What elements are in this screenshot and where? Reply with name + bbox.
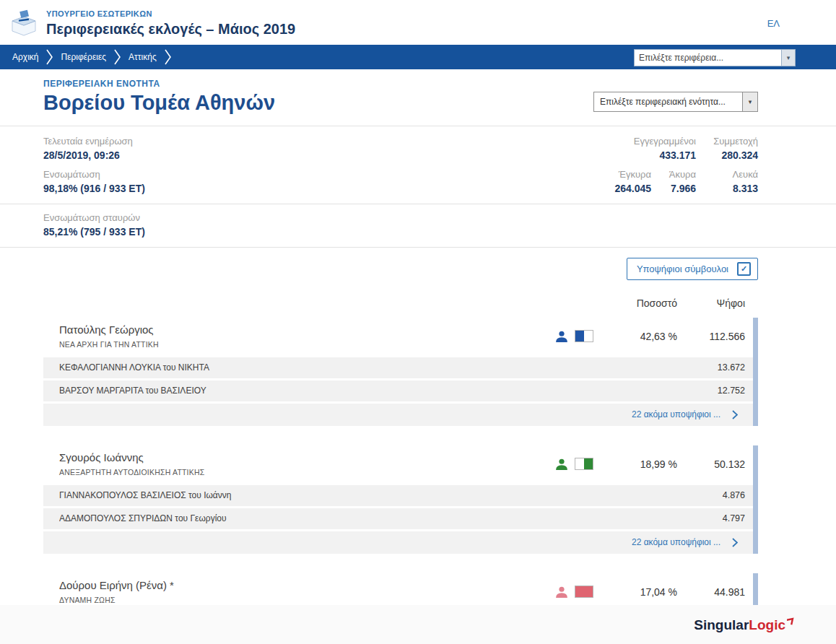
stat-registered: Εγγεγραμμένοι 433.171	[634, 136, 696, 161]
logo-arrow-icon	[787, 617, 796, 625]
stat-cross-integration: Ενσωμάτωση σταυρών 85,21% (795 / 933 ΕΤ)	[43, 212, 758, 238]
breadcrumb-regions[interactable]: Περιφέρειες	[61, 52, 106, 62]
councilors-toggle-label: Υποψήφιοι σύμβουλοι	[637, 264, 728, 274]
party-main-row[interactable]: Σγουρός Ιωάννης ΑΝΕΞΑΡΤΗΤΗ ΑΥΤΟΔΙΟΙΚΗΣΗ …	[43, 445, 758, 483]
region-select[interactable]: Επιλέξτε περιφέρεια... ▾	[634, 49, 796, 66]
stat-label: Τελευταία ενημέρωση	[43, 136, 145, 147]
chevron-right-icon[interactable]	[732, 410, 738, 419]
stat-invalid: Άκυρα 7.966	[669, 169, 696, 194]
dropdown-arrow-icon[interactable]: ▾	[781, 50, 795, 66]
more-candidates-row: 22 ακόμα υποψήφιοι ...	[43, 531, 758, 554]
unit-kicker: ΠΕΡΙΦΕΡΕΙΑΚΗ ΕΝΟΤΗΤΑ	[43, 79, 275, 89]
candidate-name: Πατούλης Γεώργιος	[59, 323, 554, 336]
unit-select-placeholder: Επιλέξτε περιφερειακή ενότητα...	[594, 92, 742, 111]
councilor-votes: 12.752	[677, 386, 745, 396]
party-flag-icon	[575, 330, 593, 342]
more-candidates-link[interactable]: 22 ακόμα υποψήφιοι ...	[632, 537, 720, 547]
councilor-votes: 13.672	[677, 362, 745, 373]
stat-label: Ενσωμάτωση σταυρών	[43, 212, 758, 223]
column-header-percent: Ποσοστό	[612, 297, 677, 309]
unit-heading-section: ΠΕΡΙΦΕΡΕΙΑΚΗ ΕΝΟΤΗΤΑ Βορείου Τομέα Αθηνώ…	[0, 69, 836, 126]
party-percent: 42,63 %	[612, 331, 677, 342]
stat-value: 7.966	[669, 183, 696, 194]
chevron-separator-icon	[114, 49, 121, 65]
breadcrumb-attica[interactable]: Αττικής	[129, 52, 157, 62]
language-toggle[interactable]: ΕΛ	[767, 18, 780, 29]
ministry-name: ΥΠΟΥΡΓΕΙΟ ΕΣΩΤΕΡΙΚΩΝ	[46, 9, 295, 18]
stat-label: Ενσωμάτωση	[43, 169, 145, 180]
stat-label: Λευκά	[733, 169, 758, 180]
chevron-right-icon[interactable]	[732, 538, 738, 547]
party-flag-icon	[575, 458, 593, 470]
person-icon	[554, 585, 569, 599]
councilor-name: ΓΙΑΝΝΑΚΟΠΟΥΛΟΣ ΒΑΣΙΛΕΙΟΣ του Ιωάννη	[59, 490, 677, 500]
party-accent-bar	[753, 445, 758, 554]
unit-select[interactable]: Επιλέξτε περιφερειακή ενότητα... ▾	[593, 92, 758, 112]
councilor-votes: 4.797	[677, 513, 745, 523]
councilor-row: ΓΙΑΝΝΑΚΟΠΟΥΛΟΣ ΒΑΣΙΛΕΙΟΣ του Ιωάννη 4.87…	[43, 485, 758, 506]
unit-title: Βορείου Τομέα Αθηνών	[43, 92, 275, 115]
party-votes: 50.132	[677, 458, 745, 470]
ballot-box-icon	[9, 8, 39, 38]
stats-section: Τελευταία ενημέρωση 28/5/2019, 09:26 Ενσ…	[0, 126, 836, 204]
stat-value: 28/5/2019, 09:26	[43, 149, 145, 161]
checkbox-checked-icon[interactable]: ✓	[737, 262, 751, 276]
cross-integration-section: Ενσωμάτωση σταυρών 85,21% (795 / 933 ΕΤ)	[0, 204, 836, 248]
stat-value: 8.313	[733, 183, 758, 194]
results-column-headers: Ποσοστό Ψήφοι	[43, 297, 758, 309]
stat-valid: Έγκυρα 264.045	[614, 169, 651, 194]
results-main: Υποψήφιοι σύμβουλοι ✓ Ποσοστό Ψήφοι Πατο…	[0, 258, 836, 611]
party-block: Πατούλης Γεώργιος ΝΕΑ ΑΡΧΗ ΓΙΑ ΤΗΝ ΑΤΤΙΚ…	[43, 318, 758, 426]
more-candidates-link[interactable]: 22 ακόμα υποψήφιοι ...	[632, 409, 720, 419]
candidate-name: Δούρου Ειρήνη (Ρένα) *	[59, 579, 554, 591]
stat-label: Έγκυρα	[614, 169, 651, 180]
councilor-name: ΑΔΑΜΟΠΟΥΛΟΣ ΣΠΥΡΙΔΩΝ του Γεωργίου	[59, 513, 677, 523]
stat-blank: Λευκά 8.313	[733, 169, 758, 194]
brand-singular: Singular	[694, 618, 749, 632]
chevron-separator-icon	[165, 49, 171, 65]
stat-label: Συμμετοχή	[713, 136, 758, 147]
chevron-separator-icon	[46, 49, 53, 65]
stat-last-update: Τελευταία ενημέρωση 28/5/2019, 09:26	[43, 136, 145, 161]
page-title: Περιφερειακές εκλογές – Μάιος 2019	[46, 21, 295, 37]
councilor-row: ΑΔΑΜΟΠΟΥΛΟΣ ΣΠΥΡΙΔΩΝ του Γεωργίου 4.797	[43, 508, 758, 529]
party-block: Σγουρός Ιωάννης ΑΝΕΞΑΡΤΗΤΗ ΑΥΤΟΔΙΟΙΚΗΣΗ …	[43, 445, 758, 554]
party-name: ΝΕΑ ΑΡΧΗ ΓΙΑ ΤΗΝ ΑΤΤΙΚΗ	[59, 340, 554, 349]
app-footer: SingularLogic	[0, 605, 836, 644]
councilor-name: ΒΑΡΣΟΥ ΜΑΡΓΑΡΙΤΑ του ΒΑΣΙΛΕΙΟΥ	[59, 386, 677, 396]
stat-label: Άκυρα	[669, 169, 696, 180]
region-select-placeholder: Επιλέξτε περιφέρεια...	[635, 50, 781, 66]
councilor-row: ΒΑΡΣΟΥ ΜΑΡΓΑΡΙΤΑ του ΒΑΣΙΛΕΙΟΥ 12.752	[43, 380, 758, 401]
column-header-votes: Ψήφοι	[677, 297, 745, 309]
party-main-row[interactable]: Πατούλης Γεώργιος ΝΕΑ ΑΡΧΗ ΓΙΑ ΤΗΝ ΑΤΤΙΚ…	[43, 318, 758, 355]
party-name: ΑΝΕΞΑΡΤΗΤΗ ΑΥΤΟΔΙΟΙΚΗΣΗ ΑΤΤΙΚΗΣ	[59, 468, 554, 477]
party-name: ΔΥΝΑΜΗ ΖΩΗΣ	[59, 596, 554, 604]
stat-integration: Ενσωμάτωση 98,18% (916 / 933 ΕΤ)	[43, 169, 145, 194]
more-candidates-row: 22 ακόμα υποψήφιοι ...	[43, 404, 758, 426]
party-percent: 18,99 %	[612, 458, 677, 470]
councilor-row: ΚΕΦΑΛΟΓΙΑΝΝΗ ΛΟΥΚΙΑ του ΝΙΚΗΤΑ 13.672	[43, 357, 758, 378]
party-accent-bar	[753, 318, 758, 426]
party-percent: 17,04 %	[612, 586, 677, 598]
brand-logic: Logic	[749, 618, 785, 632]
councilor-name: ΚΕΦΑΛΟΓΙΑΝΝΗ ΛΟΥΚΙΑ του ΝΙΚΗΤΑ	[59, 362, 677, 373]
stat-value: 280.324	[713, 149, 758, 161]
singularlogic-logo: SingularLogic	[694, 618, 796, 632]
candidate-name: Σγουρός Ιωάννης	[59, 451, 554, 464]
breadcrumb-bar: Αρχική Περιφέρειες Αττικής Επιλέξτε περι…	[0, 45, 836, 69]
stat-label: Εγγεγραμμένοι	[634, 136, 696, 147]
councilors-toggle-button[interactable]: Υποψήφιοι σύμβουλοι ✓	[627, 258, 758, 280]
councilor-votes: 4.876	[677, 490, 745, 500]
party-votes: 44.981	[677, 586, 745, 598]
party-flag-icon	[575, 586, 593, 598]
person-icon	[554, 329, 569, 344]
stat-value: 433.171	[634, 149, 696, 161]
app-header: ΥΠΟΥΡΓΕΙΟ ΕΣΩΤΕΡΙΚΩΝ Περιφερειακές εκλογ…	[0, 0, 836, 45]
stat-value: 85,21% (795 / 933 ΕΤ)	[43, 226, 758, 238]
stat-participation: Συμμετοχή 280.324	[713, 136, 758, 161]
party-votes: 112.566	[677, 331, 745, 342]
breadcrumb-home[interactable]: Αρχική	[12, 52, 38, 62]
dropdown-arrow-icon[interactable]: ▾	[742, 92, 757, 111]
stat-value: 98,18% (916 / 933 ΕΤ)	[43, 183, 145, 194]
stat-value: 264.045	[614, 183, 651, 194]
